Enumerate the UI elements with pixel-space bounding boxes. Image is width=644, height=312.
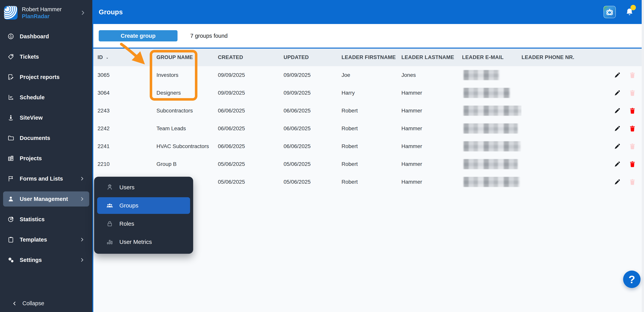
delete-group-button[interactable] xyxy=(629,125,636,132)
sidebar-item-templates[interactable]: Templates xyxy=(0,232,92,251)
cell-id: 2210 xyxy=(98,161,156,167)
column-header-leader-lastname[interactable]: LEADER LASTNAME xyxy=(402,54,462,60)
table-header: IDGROUP NAMECREATEDUPDATEDLEADER FIRSTNA… xyxy=(93,49,642,66)
collapse-button[interactable]: Collapse xyxy=(0,300,92,306)
redacted-email xyxy=(464,177,520,187)
sidebar-item-documents[interactable]: Documents xyxy=(0,130,92,149)
chevron-right-icon xyxy=(80,176,84,181)
column-header-id[interactable]: ID xyxy=(98,54,156,60)
cell-leader-lastname: Hammer xyxy=(402,90,462,96)
row-actions xyxy=(608,72,642,79)
sidebar-item-project-reports[interactable]: Project reports xyxy=(0,69,92,88)
table-row: 3065Investors09/09/202509/09/2025JoeJone… xyxy=(93,66,642,84)
sidebar-item-dashboard[interactable]: Dashboard xyxy=(0,29,92,47)
cell-created: 06/06/2025 xyxy=(218,125,284,132)
sidebar-item-schedule[interactable]: Schedule xyxy=(0,90,92,108)
cell-updated: 09/09/2025 xyxy=(284,72,342,78)
submenu-item-label: Groups xyxy=(119,202,138,209)
row-actions xyxy=(608,107,642,114)
edit-group-button[interactable] xyxy=(614,89,621,96)
sidebar-item-siteview[interactable]: SiteView xyxy=(0,110,92,129)
delete-group-button[interactable] xyxy=(629,143,636,150)
submenu-item-user-metrics[interactable]: User Metrics xyxy=(97,234,190,250)
worker-icon xyxy=(106,184,114,191)
cell-leader-email xyxy=(462,141,522,151)
column-header-group-name[interactable]: GROUP NAME xyxy=(156,54,218,60)
cell-leader-firstname: Robert xyxy=(342,125,402,132)
account-switcher[interactable]: Robert Hammer PlanRadar xyxy=(0,0,92,26)
bar-chart-icon xyxy=(106,238,114,246)
table-row: 2241HVAC Subcontractors06/06/202506/06/2… xyxy=(93,137,642,155)
delete-group-button[interactable] xyxy=(629,107,636,114)
cell-id: 2241 xyxy=(98,143,156,149)
scrollbar[interactable] xyxy=(642,0,644,312)
cell-leader-firstname: Harry xyxy=(342,90,402,96)
redacted-email xyxy=(464,105,522,116)
cell-leader-firstname: Joe xyxy=(342,72,402,78)
cell-leader-email xyxy=(462,123,522,134)
chevron-right-icon xyxy=(80,197,84,202)
flag-icon xyxy=(7,175,14,182)
report-icon xyxy=(7,74,14,81)
main-content: Groups Create xyxy=(93,0,642,312)
column-header-leader-e-mail[interactable]: LEADER E-MAIL xyxy=(462,54,522,60)
sidebar-item-projects[interactable]: Projects xyxy=(0,151,92,169)
notifications-button[interactable] xyxy=(625,7,634,17)
edit-group-button[interactable] xyxy=(614,125,621,132)
table-row: 2243Subcontractors06/06/202506/06/2025Ro… xyxy=(93,102,642,120)
planradar-connect-button[interactable] xyxy=(604,6,616,18)
column-header-leader-firstname[interactable]: LEADER FIRSTNAME xyxy=(342,54,402,60)
create-group-button[interactable]: Create group xyxy=(99,30,178,41)
sidebar-item-statistics[interactable]: Statistics xyxy=(0,212,92,230)
column-header-updated[interactable]: UPDATED xyxy=(284,54,342,60)
user-management-submenu: Users Groups Roles User Metrics xyxy=(94,177,193,254)
edit-group-button[interactable] xyxy=(614,143,621,150)
cell-leader-firstname: Robert xyxy=(342,179,402,185)
submenu-item-label: User Metrics xyxy=(119,239,152,245)
column-header-created[interactable]: CREATED xyxy=(218,54,284,60)
cell-group-name: Designers xyxy=(156,90,218,96)
cell-created: 09/09/2025 xyxy=(218,90,284,96)
chevron-right-icon xyxy=(80,257,84,262)
edit-group-button[interactable] xyxy=(614,179,621,185)
siteview-icon xyxy=(7,114,14,121)
page-header: Groups xyxy=(93,0,642,24)
help-button[interactable]: ? xyxy=(623,271,640,288)
cell-updated: 06/06/2025 xyxy=(284,125,342,132)
delete-group-button[interactable] xyxy=(629,161,636,168)
table-row: 2210Group B05/06/202505/06/2025RobertHam… xyxy=(93,155,642,173)
sidebar-item-settings[interactable]: Settings xyxy=(0,252,92,271)
column-header-leader-phone-nr[interactable]: LEADER PHONE NR. xyxy=(522,54,608,60)
sidebar-item-label: Settings xyxy=(20,257,42,263)
redacted-email xyxy=(464,159,518,169)
row-actions xyxy=(608,161,642,168)
cell-id: 3065 xyxy=(98,72,156,78)
sidebar-item-label: Templates xyxy=(20,237,47,243)
folder-icon xyxy=(7,134,14,141)
cell-id: 3064 xyxy=(98,90,156,96)
submenu-item-roles[interactable]: Roles xyxy=(97,215,190,232)
edit-group-button[interactable] xyxy=(614,107,621,114)
submenu-item-label: Roles xyxy=(119,220,134,227)
submenu-item-groups[interactable]: Groups xyxy=(97,197,190,214)
sidebar-item-user-management[interactable]: User Management xyxy=(0,191,92,210)
cell-id: 2243 xyxy=(98,108,156,114)
delete-group-button[interactable] xyxy=(629,72,636,79)
person-icon xyxy=(7,196,14,203)
delete-group-button[interactable] xyxy=(629,179,636,185)
cell-leader-firstname: Robert xyxy=(342,161,402,167)
cell-group-name: Group B xyxy=(156,161,218,167)
edit-group-button[interactable] xyxy=(614,72,621,79)
submenu-item-users[interactable]: Users xyxy=(97,179,190,196)
row-actions xyxy=(608,125,642,132)
sidebar-item-tickets[interactable]: Tickets xyxy=(0,49,92,68)
app-window: Robert Hammer PlanRadar Dashboard Ticket… xyxy=(0,0,644,312)
cell-group-name: Subcontractors xyxy=(156,108,218,114)
sidebar-item-forms-and-lists[interactable]: Forms and Lists xyxy=(0,171,92,190)
edit-group-button[interactable] xyxy=(614,161,621,168)
delete-group-button[interactable] xyxy=(629,89,636,96)
cell-leader-email xyxy=(462,70,522,80)
sidebar-accent-divider xyxy=(92,0,93,312)
sort-caret-icon xyxy=(105,56,109,59)
cell-leader-email xyxy=(462,88,522,98)
